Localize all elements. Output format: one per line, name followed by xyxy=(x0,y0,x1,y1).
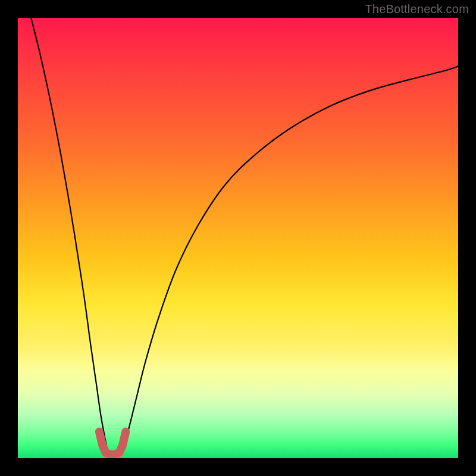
curve-right-branch xyxy=(121,66,458,453)
chart-frame: TheBottleneck.com xyxy=(0,0,476,476)
bottom-markers xyxy=(99,432,126,455)
plot-area xyxy=(18,18,458,458)
plot-svg xyxy=(18,18,458,458)
attribution-label: TheBottleneck.com xyxy=(365,2,469,16)
curve-left-branch xyxy=(31,18,108,454)
